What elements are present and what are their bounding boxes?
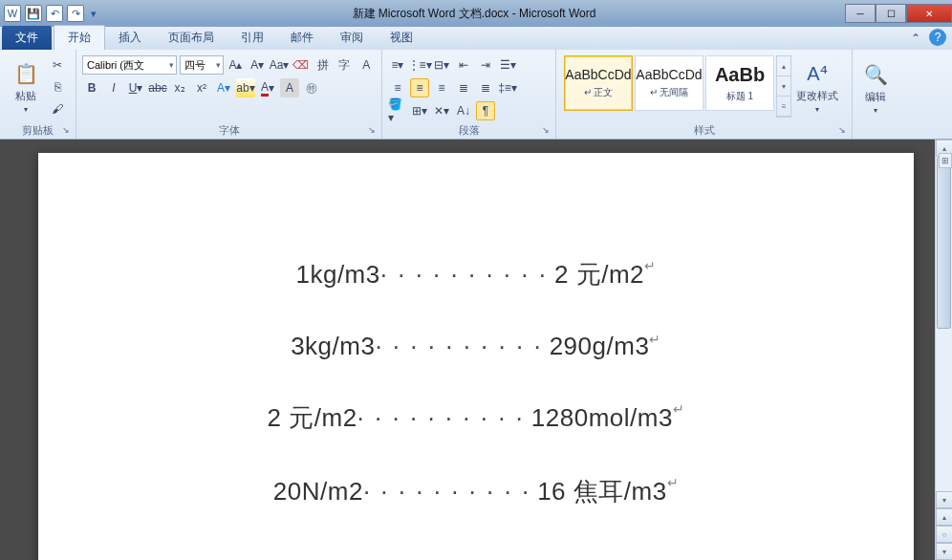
enclose-char-icon[interactable]: ㊕ xyxy=(302,78,321,97)
redo-icon[interactable]: ↷ xyxy=(67,5,84,22)
tabs-icon[interactable]: ✕▾ xyxy=(432,101,451,120)
distribute-icon[interactable]: ≣ xyxy=(476,78,495,97)
bold-icon[interactable]: B xyxy=(82,78,101,97)
doc-line-3: 2 元/m2· · · · · · · · · · 1280mol/m3↵ xyxy=(96,401,856,435)
font-name-combo[interactable]: Calibri (西文 xyxy=(82,55,177,75)
scroll-thumb[interactable] xyxy=(937,157,951,329)
phonetic-icon[interactable]: 拼 xyxy=(314,55,333,75)
side-panel-icon[interactable]: ⊞ xyxy=(939,153,952,168)
bullets-icon[interactable]: ≡▾ xyxy=(388,55,407,75)
scroll-down-icon[interactable]: ▾ xyxy=(936,491,952,508)
scroll-track[interactable] xyxy=(936,157,952,508)
font-launcher-icon[interactable]: ↘ xyxy=(368,125,379,137)
enclose-icon[interactable]: 字 xyxy=(335,55,355,75)
styles-label: 样式 xyxy=(562,121,846,139)
styles-launcher-icon[interactable]: ↘ xyxy=(838,125,850,137)
style-no-spacing[interactable]: AaBbCcDd ↵ 无间隔 xyxy=(635,55,703,111)
format-painter-icon[interactable]: 🖌 xyxy=(48,99,67,118)
numbering-icon[interactable]: ⋮≡▾ xyxy=(410,55,429,75)
page[interactable]: 1kg/m3· · · · · · · · · · 2 元/m2↵ 3kg/m3… xyxy=(38,153,914,560)
clipboard-label: 剪贴板 xyxy=(6,121,70,139)
shading-icon[interactable]: 🪣▾ xyxy=(388,101,407,120)
change-case-icon[interactable]: Aa▾ xyxy=(270,55,289,75)
doc-line-1: 1kg/m3· · · · · · · · · · 2 元/m2↵ xyxy=(96,258,856,291)
styles-gallery-more[interactable]: ▴ ▾ ≡ xyxy=(776,55,791,118)
group-editing: 🔍 编辑 ▾ xyxy=(853,50,898,139)
show-marks-icon[interactable]: ¶ xyxy=(476,101,495,120)
doc-line-2: 3kg/m3· · · · · · · · · · 290g/m3↵ xyxy=(96,332,856,361)
styles-gallery: AaBbCcDd ↵ 正文 AaBbCcDd ↵ 无间隔 AaBb 标题 1 ▴… xyxy=(562,52,793,121)
font-color-icon[interactable]: A▾ xyxy=(258,78,277,97)
group-paragraph: ≡▾ ⋮≡▾ ⊟▾ ⇤ ⇥ ☰▾ ≡ ≡ ≡ ≣ ≣ ‡≡▾ 🪣▾ ⊞▾ ✕▾ … xyxy=(382,50,556,139)
prev-page-icon[interactable]: ▴ xyxy=(936,508,952,526)
tab-home[interactable]: 开始 xyxy=(54,25,105,50)
window-title: 新建 Microsoft Word 文档.docx - Microsoft Wo… xyxy=(103,6,845,22)
grow-font-icon[interactable]: A▴ xyxy=(227,55,246,75)
qat-dropdown-icon[interactable]: ▾ xyxy=(88,5,99,22)
find-icon: 🔍 xyxy=(862,61,889,88)
next-page-icon[interactable]: ▾ xyxy=(936,543,952,560)
paragraph-launcher-icon[interactable]: ↘ xyxy=(542,125,553,137)
style-heading1[interactable]: AaBb 标题 1 xyxy=(705,55,774,111)
character-border-icon[interactable]: A xyxy=(357,55,376,75)
document-area: 1kg/m3· · · · · · · · · · 2 元/m2↵ 3kg/m3… xyxy=(0,140,952,560)
text-effects-icon[interactable]: A▾ xyxy=(214,78,233,97)
style-normal[interactable]: AaBbCcDd ↵ 正文 xyxy=(564,55,633,111)
font-label: 字体 xyxy=(82,121,376,139)
browse-object-icon[interactable]: ○ xyxy=(936,526,952,543)
paste-button[interactable]: 📋 粘贴 ▾ xyxy=(6,52,46,121)
maximize-button[interactable]: ☐ xyxy=(876,4,906,23)
highlight-icon[interactable]: ab▾ xyxy=(236,78,255,97)
decrease-indent-icon[interactable]: ⇤ xyxy=(454,55,473,75)
tab-layout[interactable]: 页面布局 xyxy=(155,26,227,50)
ribbon: 📋 粘贴 ▾ ✂ ⎘ 🖌 剪贴板 ↘ Calibri (西文 四号 A▴ A▾ … xyxy=(0,50,952,140)
copy-icon[interactable]: ⎘ xyxy=(48,77,67,97)
increase-indent-icon[interactable]: ⇥ xyxy=(476,55,495,75)
asian-layout-icon[interactable]: ☰▾ xyxy=(498,55,517,75)
line-spacing-icon[interactable]: ‡≡▾ xyxy=(498,78,517,97)
subscript-icon[interactable]: x₂ xyxy=(170,78,189,97)
character-shading-icon[interactable]: A xyxy=(280,78,299,97)
shrink-font-icon[interactable]: A▾ xyxy=(248,55,267,75)
title-bar: W 💾 ↶ ↷ ▾ 新建 Microsoft Word 文档.docx - Mi… xyxy=(0,0,952,27)
borders-icon[interactable]: ⊞▾ xyxy=(410,101,429,120)
group-clipboard: 📋 粘贴 ▾ ✂ ⎘ 🖌 剪贴板 ↘ xyxy=(0,50,76,139)
tab-references[interactable]: 引用 xyxy=(227,26,277,50)
cut-icon[interactable]: ✂ xyxy=(48,55,67,75)
tab-review[interactable]: 审阅 xyxy=(327,26,377,50)
italic-icon[interactable]: I xyxy=(104,78,123,97)
underline-icon[interactable]: U▾ xyxy=(126,78,145,97)
clear-format-icon[interactable]: ⌫ xyxy=(292,55,311,75)
editing-button[interactable]: 🔍 编辑 ▾ xyxy=(858,52,893,124)
multilevel-icon[interactable]: ⊟▾ xyxy=(432,55,451,75)
change-styles-button[interactable]: A⁴ 更改样式 ▾ xyxy=(793,52,841,121)
align-left-icon[interactable]: ≡ xyxy=(388,78,407,97)
font-size-combo[interactable]: 四号 xyxy=(180,55,224,75)
minimize-button[interactable]: ─ xyxy=(845,4,876,23)
justify-icon[interactable]: ≣ xyxy=(454,78,473,97)
vertical-scrollbar[interactable]: ▴ ▾ ▴ ○ ▾ xyxy=(935,140,952,560)
help-icon[interactable]: ? xyxy=(929,29,946,46)
minimize-ribbon-icon[interactable]: ⌃ xyxy=(906,29,925,48)
undo-icon[interactable]: ↶ xyxy=(46,5,63,22)
tab-file[interactable]: 文件 xyxy=(2,26,52,50)
paragraph-label: 段落 xyxy=(388,121,550,139)
align-right-icon[interactable]: ≡ xyxy=(432,78,451,97)
gallery-down-icon[interactable]: ▾ xyxy=(777,76,790,97)
tab-view[interactable]: 视图 xyxy=(377,26,426,50)
gallery-expand-icon[interactable]: ≡ xyxy=(777,97,790,117)
doc-line-4: 20N/m2· · · · · · · · · · 16 焦耳/m3↵ xyxy=(96,475,856,508)
sort-icon[interactable]: A↓ xyxy=(454,101,473,120)
tab-mailings[interactable]: 邮件 xyxy=(277,26,327,50)
close-button[interactable]: ✕ xyxy=(906,4,952,23)
word-app-icon[interactable]: W xyxy=(4,5,21,22)
group-styles: AaBbCcDd ↵ 正文 AaBbCcDd ↵ 无间隔 AaBb 标题 1 ▴… xyxy=(556,50,853,139)
change-styles-icon: A⁴ xyxy=(804,60,831,87)
clipboard-launcher-icon[interactable]: ↘ xyxy=(62,125,74,137)
strikethrough-icon[interactable]: abc xyxy=(148,78,167,97)
superscript-icon[interactable]: x² xyxy=(192,78,211,97)
tab-insert[interactable]: 插入 xyxy=(105,26,155,50)
save-icon[interactable]: 💾 xyxy=(25,5,42,22)
gallery-up-icon[interactable]: ▴ xyxy=(777,56,790,76)
align-center-icon[interactable]: ≡ xyxy=(410,78,429,97)
